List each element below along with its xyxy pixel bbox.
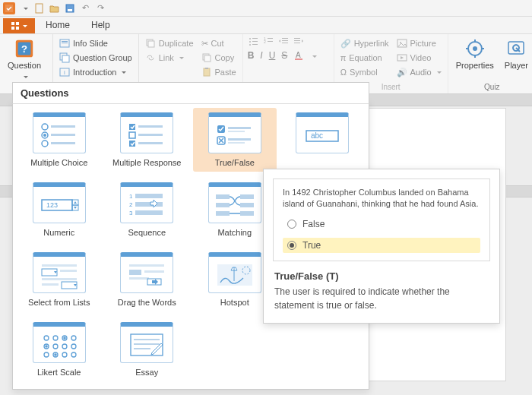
- info-slide-button[interactable]: Info Slide: [58, 36, 134, 50]
- svg-rect-21: [204, 55, 211, 62]
- svg-point-119: [45, 345, 48, 348]
- pi-icon: π: [340, 53, 347, 62]
- question-button[interactable]: ? Question: [5, 36, 44, 82]
- svg-point-26: [249, 41, 251, 43]
- save-icon[interactable]: [64, 2, 76, 14]
- introduction-button[interactable]: iIntroduction: [58, 65, 134, 79]
- svg-rect-66: [138, 134, 163, 136]
- svg-rect-87: [216, 194, 230, 199]
- svg-point-112: [62, 344, 67, 349]
- tile-label: Multiple Choice: [30, 158, 87, 167]
- svg-point-113: [71, 344, 76, 349]
- tile-true-false[interactable]: True/False: [193, 108, 277, 172]
- svg-text:?: ?: [21, 43, 27, 55]
- svg-text:2: 2: [264, 40, 266, 44]
- svg-point-46: [473, 46, 477, 51]
- svg-rect-91: [216, 211, 230, 216]
- svg-rect-98: [42, 283, 59, 286]
- svg-rect-99: [129, 264, 164, 267]
- svg-rect-38: [294, 40, 300, 41]
- tile-essay[interactable]: Essay: [106, 318, 189, 381]
- paste-button: Paste: [200, 65, 238, 79]
- svg-rect-60: [51, 134, 75, 136]
- svg-rect-19: [148, 41, 154, 47]
- question-group-label: Question Group: [73, 53, 132, 62]
- svg-rect-15: [62, 55, 69, 62]
- svg-rect-22: [204, 68, 210, 76]
- qat-dropdown[interactable]: [18, 2, 30, 14]
- tooltip-option-false: False: [283, 216, 480, 232]
- svg-rect-64: [138, 125, 163, 128]
- svg-rect-31: [268, 38, 273, 39]
- tile-short-answer[interactable]: abc: [281, 108, 365, 172]
- audio-button[interactable]: 🔊Audio: [395, 65, 443, 79]
- tile-drag-the-words[interactable]: Drag the Words: [106, 248, 189, 311]
- redo-icon[interactable]: ↷: [94, 2, 106, 14]
- link-label: Link: [159, 53, 174, 62]
- undo-icon[interactable]: ↶: [79, 2, 91, 14]
- app-logo-icon: [3, 2, 15, 14]
- tile-label: Drag the Words: [118, 298, 176, 307]
- tile-label: True/False: [215, 158, 255, 167]
- info-slide-label: Info Slide: [73, 39, 108, 48]
- tooltip-card: In 1492 Christopher Columbus landed on B…: [263, 169, 500, 324]
- svg-rect-39: [294, 43, 300, 43]
- short-answer-icon: abc: [296, 112, 349, 153]
- equation-label: Equation: [349, 53, 382, 62]
- svg-rect-25: [252, 38, 258, 39]
- tile-label: Sequence: [128, 228, 166, 237]
- tile-label: Numeric: [43, 228, 74, 237]
- hyperlink-label: Hyperlink: [354, 39, 389, 48]
- svg-point-107: [53, 336, 58, 340]
- svg-rect-68: [138, 142, 163, 144]
- svg-rect-86: [135, 210, 163, 215]
- tile-sequence[interactable]: 123 Sequence: [106, 178, 189, 242]
- svg-point-24: [249, 38, 251, 40]
- speaker-icon: 🔊: [397, 68, 407, 77]
- svg-text:i: i: [64, 69, 65, 76]
- equation-button: πEquation: [339, 51, 391, 65]
- svg-rect-74: [228, 142, 245, 144]
- copy-label: Copy: [215, 53, 235, 62]
- svg-point-118: [63, 337, 66, 340]
- multiple-response-icon: [120, 112, 173, 153]
- radio-icon: [287, 241, 296, 250]
- tile-label: Essay: [135, 368, 158, 377]
- tab-home[interactable]: Home: [35, 17, 81, 33]
- tab-help[interactable]: Help: [81, 17, 121, 33]
- question-group-button[interactable]: Question Group: [58, 51, 134, 65]
- tile-label: Matching: [217, 228, 252, 237]
- open-icon[interactable]: [49, 2, 61, 14]
- svg-rect-62: [51, 142, 75, 144]
- svg-point-111: [53, 344, 58, 349]
- tile-numeric[interactable]: 123 Numeric: [17, 178, 101, 242]
- tile-select-from-lists[interactable]: Select from Lists: [17, 248, 101, 311]
- hyperlink-button: 🔗Hyperlink: [339, 36, 391, 50]
- underline-button: U: [269, 50, 276, 61]
- option-true-label: True: [302, 240, 321, 251]
- introduction-label: Introduction: [73, 68, 116, 77]
- sequence-icon: 123: [120, 182, 173, 223]
- new-icon[interactable]: [33, 2, 46, 14]
- video-button: Video: [395, 51, 443, 65]
- svg-point-116: [62, 352, 67, 357]
- scissors-icon: ✂: [201, 39, 208, 49]
- chevron-down-icon: [21, 71, 28, 81]
- svg-rect-27: [252, 41, 258, 42]
- symbol-label: Symbol: [350, 68, 378, 77]
- italic-button: I: [260, 50, 262, 61]
- bold-button: B: [248, 50, 255, 61]
- svg-point-114: [44, 352, 49, 357]
- tile-multiple-response[interactable]: Multiple Response: [106, 108, 189, 172]
- svg-rect-70: [228, 127, 251, 129]
- player-button[interactable]: Player: [502, 36, 531, 71]
- tile-likert-scale[interactable]: Likert Scale: [17, 318, 101, 381]
- picture-label: Picture: [410, 39, 436, 48]
- svg-text:abc: abc: [311, 131, 323, 140]
- svg-text:A: A: [296, 51, 301, 59]
- properties-button[interactable]: Properties: [453, 36, 497, 71]
- tile-multiple-choice[interactable]: Multiple Choice: [17, 108, 101, 172]
- svg-point-59: [43, 134, 46, 137]
- svg-rect-41: [295, 58, 302, 60]
- file-tab[interactable]: [3, 18, 35, 33]
